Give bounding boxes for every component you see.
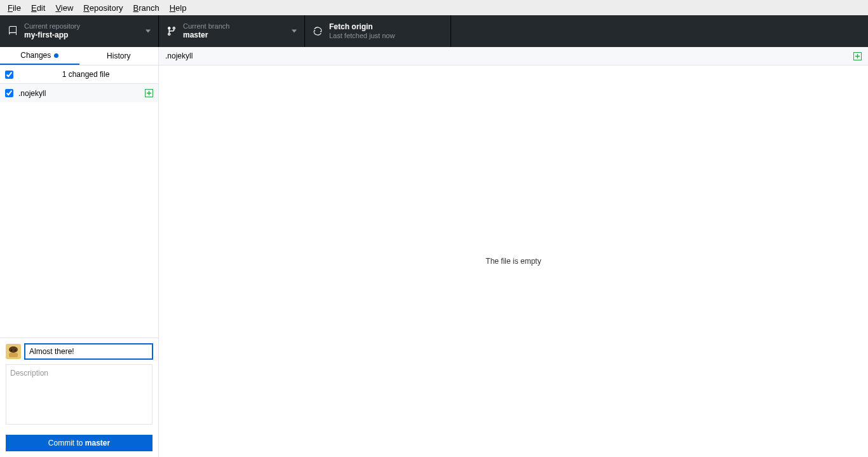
menu-repository[interactable]: Repository [78, 2, 128, 14]
diff-panel: .nojekyll The file is empty [159, 47, 868, 457]
branch-selector[interactable]: Current branch master [159, 15, 305, 47]
sync-icon [313, 26, 323, 36]
fetch-title: Fetch origin [329, 22, 395, 31]
tab-changes-label: Changes [20, 51, 51, 60]
fetch-sub: Last fetched just now [329, 32, 395, 40]
menu-branch[interactable]: Branch [128, 2, 164, 14]
fetch-button[interactable]: Fetch origin Last fetched just now [305, 15, 451, 47]
sidebar: Changes History 1 changed file .nojekyll [0, 47, 159, 457]
svg-point-3 [11, 350, 12, 351]
sidebar-tabs: Changes History [0, 47, 158, 65]
select-all-checkbox[interactable] [5, 71, 13, 79]
added-icon [145, 89, 153, 97]
branch-value: master [183, 31, 229, 39]
repo-label: Current repository [24, 22, 80, 31]
repo-value: my-first-app [24, 31, 80, 39]
changes-header: 1 changed file [0, 65, 158, 84]
diff-content: The file is empty [159, 65, 868, 457]
svg-rect-2 [9, 353, 18, 357]
commit-description-input[interactable] [6, 364, 153, 425]
chevron-down-icon [292, 30, 297, 33]
file-list: .nojekyll [0, 84, 158, 338]
svg-point-4 [15, 350, 16, 351]
toolbar: Current repository my-first-app Current … [0, 15, 868, 47]
branch-label: Current branch [183, 22, 229, 31]
tab-history-label: History [107, 51, 130, 60]
commit-form: Commit to master [0, 338, 158, 457]
avatar [6, 344, 21, 359]
menu-help[interactable]: Help [165, 2, 192, 14]
commit-summary-input[interactable] [25, 344, 153, 359]
file-name: .nojekyll [18, 89, 145, 98]
empty-file-message: The file is empty [485, 257, 541, 266]
chevron-down-icon [146, 30, 151, 33]
commit-btn-branch: master [85, 439, 110, 447]
file-checkbox[interactable] [5, 89, 13, 97]
menu-edit[interactable]: Edit [26, 2, 50, 14]
menubar: File Edit View Repository Branch Help [0, 0, 868, 15]
commit-btn-prefix: Commit to [48, 439, 85, 447]
branch-icon [166, 26, 177, 36]
changed-files-count: 1 changed file [18, 70, 153, 79]
tab-changes[interactable]: Changes [0, 47, 79, 65]
diff-file-header: .nojekyll [159, 47, 868, 65]
changes-indicator-dot [54, 53, 58, 58]
added-icon [853, 52, 862, 60]
file-row[interactable]: .nojekyll [0, 84, 158, 102]
svg-point-1 [9, 346, 18, 353]
diff-file-name: .nojekyll [165, 51, 193, 60]
menu-view[interactable]: View [50, 2, 78, 14]
menu-file[interactable]: File [3, 2, 26, 14]
repo-icon [8, 26, 18, 36]
commit-button[interactable]: Commit to master [6, 435, 153, 451]
repo-selector[interactable]: Current repository my-first-app [0, 15, 159, 47]
tab-history[interactable]: History [79, 47, 159, 65]
